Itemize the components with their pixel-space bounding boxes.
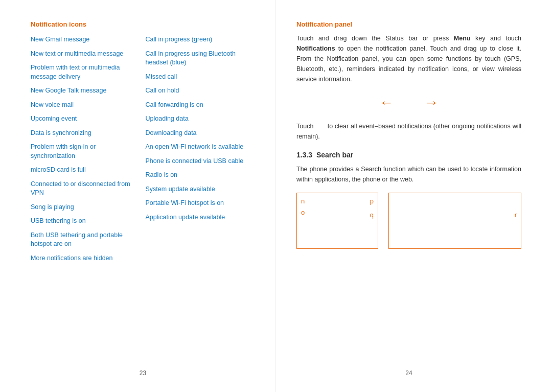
search-bar-title: 1.3.3 Search bar (296, 151, 521, 159)
list-item: New Gmail message (31, 35, 141, 44)
search-section-num: 1.3.3 (296, 151, 316, 159)
letter-q: q (370, 211, 374, 219)
right-page: Notification panel Touch and drag down t… (276, 0, 552, 392)
list-item: Call on hold (146, 86, 256, 96)
notification-icons-title: Notification icons (31, 20, 255, 28)
search-bar-label: Search bar (316, 151, 353, 159)
list-item: More notifications are hidden (31, 254, 141, 263)
search-box-2: r (388, 193, 521, 249)
search-images-row: n o p q r (296, 193, 521, 249)
left-page: Notification icons New Gmail messageNew … (0, 0, 276, 392)
search-box-1: n o p q (296, 193, 378, 249)
list-item: New voice mail (31, 101, 141, 110)
list-item: Radio is on (146, 171, 256, 180)
letter-p: p (370, 197, 374, 205)
list-item: microSD card is full (31, 166, 141, 175)
right-arrow-icon: → (424, 95, 439, 111)
list-item: Song is playing (31, 203, 141, 212)
letter-r: r (515, 211, 517, 219)
right-page-number: 24 (296, 364, 521, 377)
list-item: Application update available (146, 213, 256, 222)
list-item: An open Wi-Fi network is available (146, 143, 256, 152)
list-item: Call in progress using Bluetooth headset… (146, 50, 256, 67)
notification-panel-text: Touch and drag down the Status bar or pr… (296, 33, 521, 84)
left-arrow-icon: ← (379, 95, 394, 111)
list-item: Data is synchronizing (31, 129, 141, 138)
right-col: Call in progress (green)Call in progress… (146, 35, 256, 364)
notification-panel-title: Notification panel (296, 20, 521, 28)
list-item: Connected to or disconnected from VPN (31, 180, 141, 198)
list-item: Problem with sign-in or synchronization (31, 143, 141, 160)
list-item: Upcoming event (31, 114, 141, 124)
list-item: Downloading data (146, 129, 256, 138)
letter-n: n (301, 197, 305, 205)
left-page-number: 23 (31, 364, 255, 377)
list-item: Call in progress (green) (146, 35, 256, 44)
list-item: USB tethering is on (31, 217, 141, 226)
search-bar-description: The phone provides a Search function whi… (296, 164, 521, 185)
list-item: Missed call (146, 73, 256, 82)
list-item: System update available (146, 185, 256, 194)
left-col: New Gmail messageNew text or multimedia … (31, 35, 146, 364)
arrows-row: ← → (296, 95, 521, 111)
list-item: Both USB tethering and portable hotspot … (31, 231, 141, 249)
letter-o: o (301, 209, 305, 216)
list-item: Problem with text or multimedia message … (31, 63, 141, 81)
list-item: Portable Wi-Fi hotspot is on (146, 199, 256, 208)
list-item: Call forwarding is on (146, 101, 256, 110)
list-item: Phone is connected via USB cable (146, 157, 256, 166)
list-item: Uploading data (146, 114, 256, 124)
touch-clear-text: Touch to clear all event–based notificat… (296, 121, 521, 142)
list-item: New Google Talk message (31, 86, 141, 96)
list-item: New text or multimedia message (31, 50, 141, 59)
